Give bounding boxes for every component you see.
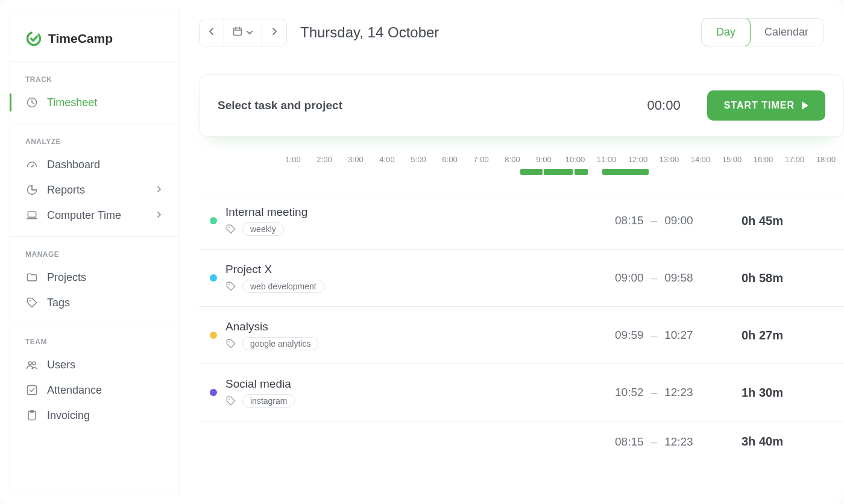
time-entry-row[interactable]: Analysisgoogle analytics09:59–10:270h 27… <box>199 307 844 364</box>
sidebar-item-label: Users <box>47 359 75 371</box>
tag-chip[interactable]: google analytics <box>242 337 318 350</box>
timeline-hour-label: 5:00 <box>403 155 434 164</box>
calendar-icon <box>233 27 242 39</box>
task-select-placeholder[interactable]: Select task and project <box>218 99 633 112</box>
entry-title: Internal meeting <box>225 206 615 219</box>
gauge-icon <box>25 158 39 171</box>
start-timer-button[interactable]: START TIMER <box>707 90 825 121</box>
timeline-hour-label: 14:00 <box>685 155 716 164</box>
entry-tags: instagram <box>225 394 615 408</box>
entry-tags: google analytics <box>225 337 615 350</box>
tag-icon <box>225 338 236 349</box>
dash: – <box>651 271 658 285</box>
svg-point-17 <box>228 398 230 400</box>
time-entries: Internal meetingweekly08:15–09:000h 45mP… <box>199 192 844 462</box>
nav-group: ANALYZEDashboardReportsComputer Time <box>10 124 178 237</box>
timeline-hour-label: 8:00 <box>497 155 528 164</box>
total-row: 08:15–12:233h 40m <box>199 421 844 462</box>
sidebar-item-label: Tags <box>47 297 70 309</box>
date-picker-button[interactable] <box>224 19 262 46</box>
entry-duration: 0h 58m <box>742 271 820 285</box>
sidebar-item-projects[interactable]: Projects <box>10 265 178 290</box>
sidebar-item-computer-time[interactable]: Computer Time <box>10 203 178 228</box>
sidebar-item-reports[interactable]: Reports <box>10 177 178 203</box>
timeline-block[interactable] <box>575 169 588 175</box>
sidebar-item-tags[interactable]: Tags <box>10 290 178 315</box>
dash: – <box>651 329 658 342</box>
entry-color-dot <box>210 274 217 282</box>
sidebar-item-users[interactable]: Users <box>10 352 178 377</box>
chevron-left-icon <box>208 27 215 38</box>
entry-end: 09:00 <box>664 214 693 227</box>
entry-start: 09:00 <box>615 271 644 285</box>
tag-icon <box>225 224 236 235</box>
dash: – <box>651 435 658 449</box>
sidebar: TimeCamp TRACKTimesheetANALYZEDashboardR… <box>10 10 178 494</box>
chevron-down-icon <box>246 27 253 38</box>
view-day-button[interactable]: Day <box>701 18 751 46</box>
entry-times: 09:59–10:27 <box>615 329 742 342</box>
svg-point-14 <box>228 227 230 228</box>
time-entry-row[interactable]: Internal meetingweekly08:15–09:000h 45m <box>199 192 844 250</box>
timer-card: Select task and project 00:00 START TIME… <box>199 74 844 137</box>
timeline-hour-label: 6:00 <box>434 155 465 164</box>
timeline-block[interactable] <box>520 169 543 175</box>
entry-tags: web development <box>225 280 615 293</box>
sidebar-item-attendance[interactable]: Attendance <box>10 377 178 403</box>
entry-duration: 1h 30m <box>742 386 820 400</box>
time-entry-row[interactable]: Social mediainstagram10:52–12:231h 30m <box>199 364 844 421</box>
checkbox-icon <box>25 383 39 397</box>
entry-color-dot <box>210 389 217 396</box>
date-navigator <box>199 19 287 46</box>
laptop-icon <box>25 209 39 222</box>
view-toggle: Day Calendar <box>701 18 824 46</box>
folder-icon <box>25 271 39 284</box>
timeline-bars <box>199 168 844 177</box>
entry-main: Internal meetingweekly <box>225 206 615 236</box>
timeline-block[interactable] <box>602 169 649 175</box>
svg-rect-10 <box>234 28 242 35</box>
chevron-right-icon <box>156 210 162 221</box>
tag-icon <box>225 281 236 292</box>
entry-tags: weekly <box>225 222 615 236</box>
timeline-hour-label: 11:00 <box>591 155 622 164</box>
entry-end: 09:58 <box>664 271 693 285</box>
play-icon <box>802 101 808 110</box>
svg-point-6 <box>33 362 36 365</box>
timer-elapsed: 00:00 <box>647 98 681 113</box>
entry-title: Analysis <box>225 320 615 333</box>
entry-main: Social mediainstagram <box>225 377 615 408</box>
sidebar-item-label: Reports <box>47 184 85 197</box>
time-entry-row[interactable]: Project Xweb development09:00–09:580h 58… <box>199 250 844 307</box>
timeline-hour-label: 10:00 <box>559 155 591 164</box>
tag-chip[interactable]: web development <box>242 280 324 293</box>
view-calendar-button[interactable]: Calendar <box>750 19 823 46</box>
sidebar-item-timesheet[interactable]: Timesheet <box>10 90 178 115</box>
timeline-hour-label: 18:00 <box>810 155 842 164</box>
timeline-block[interactable] <box>544 169 573 175</box>
svg-rect-3 <box>28 212 36 217</box>
timeline-hour-label: 1:00 <box>277 155 309 164</box>
main: Thursday, 14 October Day Calendar Select… <box>178 0 844 504</box>
sidebar-item-label: Dashboard <box>47 159 100 171</box>
logo-icon <box>25 30 42 47</box>
timeline-hour-label: 17:00 <box>779 155 810 164</box>
sidebar-item-dashboard[interactable]: Dashboard <box>10 152 178 177</box>
sidebar-item-invoicing[interactable]: Invoicing <box>10 403 178 428</box>
total-duration: 3h 40m <box>742 435 820 449</box>
entry-start: 08:15 <box>615 214 644 227</box>
tag-chip[interactable]: weekly <box>242 222 284 236</box>
entry-color-dot <box>210 332 217 339</box>
dash: – <box>651 214 658 227</box>
chevron-right-icon <box>271 27 278 38</box>
entry-duration: 0h 27m <box>742 329 820 342</box>
tag-chip[interactable]: instagram <box>242 394 295 408</box>
total-start: 08:15 <box>615 435 644 449</box>
section-heading: ANALYZE <box>10 124 178 152</box>
prev-day-button[interactable] <box>200 19 224 46</box>
logo[interactable]: TimeCamp <box>25 30 162 47</box>
logo-wrap: TimeCamp <box>10 10 178 62</box>
section-heading: TRACK <box>10 62 178 90</box>
next-day-button[interactable] <box>262 19 286 46</box>
entry-times: 09:00–09:58 <box>615 271 742 285</box>
